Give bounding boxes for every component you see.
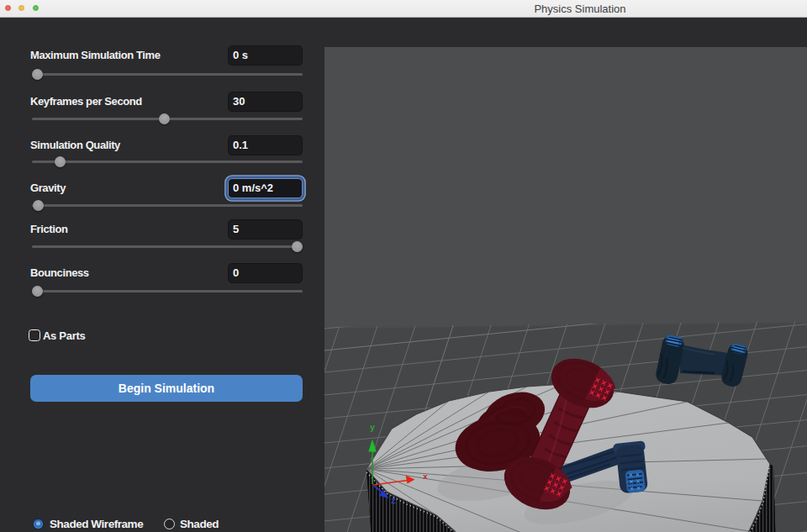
svg-text:z: z: [391, 497, 396, 506]
svg-text:y: y: [370, 424, 375, 433]
svg-text:x: x: [423, 472, 428, 482]
